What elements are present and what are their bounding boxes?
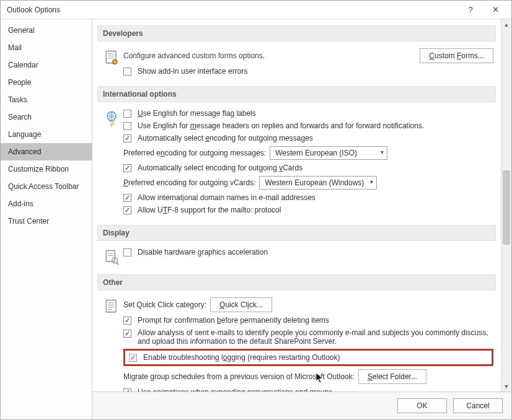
sidebar-item-calendar[interactable]: Calendar [1, 56, 92, 74]
use-animations-checkbox[interactable] [123, 388, 131, 392]
sidebar-item-people[interactable]: People [1, 74, 92, 91]
pref-encoding-msgs-select[interactable]: Western European (ISO) [270, 146, 387, 160]
other-icon [100, 295, 123, 392]
section-header-international: International options [97, 86, 496, 102]
scrollbar-down-arrow[interactable]: ▼ [501, 381, 511, 392]
use-english-headers-label: Use English for message headers on repli… [138, 121, 424, 130]
dialog-body: General Mail Calendar People Tasks Searc… [1, 19, 511, 419]
section-international: 字 Use English for message flag labels Us… [97, 106, 496, 222]
highlight-box: Enable troubleshooting logging (requires… [123, 349, 493, 366]
international-icon: 字 [100, 107, 123, 216]
section-display: Disable hardware graphics acceleration [97, 245, 496, 272]
svg-rect-13 [106, 300, 116, 312]
sidebar-item-language[interactable]: Language [1, 126, 92, 143]
quick-click-button[interactable]: Quick Click... [210, 297, 272, 312]
custom-forms-button[interactable]: Custom Forms... [420, 48, 493, 63]
auto-encoding-vcards-checkbox[interactable] [123, 164, 131, 172]
sidebar-item-quick-access-toolbar[interactable]: Quick Access Toolbar [1, 178, 92, 195]
pref-encoding-vcards-select[interactable]: Western European (Windows) [259, 176, 377, 190]
sidebar-item-advanced[interactable]: Advanced [1, 143, 92, 160]
prompt-delete-label: Prompt for confirmation before permanent… [138, 316, 329, 325]
section-other: Set Quick Click category: Quick Click...… [97, 294, 496, 392]
section-header-other: Other [97, 274, 496, 291]
scrollbar-thumb[interactable] [503, 170, 510, 245]
show-addin-errors-checkbox[interactable] [123, 68, 131, 76]
configure-forms-label: Configure advanced custom forms options. [123, 51, 265, 60]
enable-logging-label: Enable troubleshooting logging (requires… [143, 353, 340, 362]
auto-encoding-msgs-label: Automatically select encoding for outgoi… [138, 134, 313, 142]
window-title: Outlook Options [7, 6, 458, 14]
scrollbar-up-arrow[interactable]: ▲ [501, 19, 511, 30]
close-button[interactable]: ✕ [483, 1, 508, 19]
help-button[interactable]: ? [458, 1, 483, 19]
select-folder-button[interactable]: Select Folder... [358, 369, 426, 384]
sidebar-item-general[interactable]: General [1, 22, 92, 39]
content-wrap: Developers Configure advanced custom for… [92, 19, 511, 419]
allow-utf8-label: Allow UTF-8 support for the mailto: prot… [138, 206, 281, 214]
allow-utf8-checkbox[interactable] [123, 206, 131, 214]
sidebar-item-add-ins[interactable]: Add-ins [1, 195, 92, 212]
content-panel: Developers Configure advanced custom for… [92, 19, 501, 392]
use-english-flag-checkbox[interactable] [123, 110, 131, 118]
pref-encoding-vcards-label: Preferred encoding for outgoing vCards: [123, 178, 255, 187]
use-animations-label: Use animations when expanding conversati… [138, 388, 332, 392]
svg-line-12 [117, 263, 119, 265]
auto-encoding-vcards-label: Automatically select encoding for outgoi… [138, 164, 302, 172]
disable-hw-accel-checkbox[interactable] [123, 248, 131, 256]
section-header-developers: Developers [97, 25, 496, 42]
scrollbar-track[interactable] [501, 30, 511, 381]
show-addin-errors-label: Show add-in user interface errors [138, 67, 247, 76]
use-english-flag-label: Use English for message flag labels [138, 109, 256, 118]
titlebar: Outlook Options ? ✕ [1, 1, 511, 19]
auto-encoding-msgs-checkbox[interactable] [123, 134, 131, 142]
allow-idn-label: Allow international domain names in e-ma… [138, 193, 316, 202]
ok-button[interactable]: OK [397, 398, 447, 413]
migrate-label: Migrate group schedules from a previous … [123, 372, 355, 381]
scrollbar[interactable]: ▲ ▼ [501, 19, 511, 392]
sidebar-item-customize-ribbon[interactable]: Customize Ribbon [1, 160, 92, 178]
sidebar: General Mail Calendar People Tasks Searc… [1, 19, 92, 419]
enable-logging-checkbox[interactable] [129, 354, 137, 362]
section-developers: Configure advanced custom forms options.… [97, 45, 496, 84]
dialog-footer: OK Cancel [92, 392, 511, 419]
svg-rect-8 [106, 251, 115, 262]
svg-point-5 [114, 61, 116, 63]
allow-idn-checkbox[interactable] [123, 194, 131, 202]
cancel-button[interactable]: Cancel [453, 398, 503, 413]
section-header-display: Display [97, 225, 496, 241]
sidebar-item-trust-center[interactable]: Trust Center [1, 212, 92, 230]
forms-icon [100, 46, 123, 77]
sidebar-item-tasks[interactable]: Tasks [1, 91, 92, 108]
sidebar-item-mail[interactable]: Mail [1, 39, 92, 56]
prompt-delete-checkbox[interactable] [123, 317, 131, 325]
quick-click-label: Set Quick Click category: [123, 300, 206, 309]
allow-analysis-checkbox[interactable] [123, 330, 131, 338]
display-icon [100, 246, 123, 266]
svg-text:字: 字 [108, 120, 115, 127]
disable-hw-accel-label: Disable hardware graphics acceleration [138, 248, 268, 256]
pref-encoding-msgs-label: Preferred encoding for outgoing messages… [123, 149, 266, 157]
sidebar-item-search[interactable]: Search [1, 108, 92, 126]
options-window: Outlook Options ? ✕ General Mail Calenda… [0, 0, 512, 420]
use-english-headers-checkbox[interactable] [123, 122, 131, 130]
allow-analysis-label: Allow analysis of sent e-mails to identi… [138, 328, 493, 346]
